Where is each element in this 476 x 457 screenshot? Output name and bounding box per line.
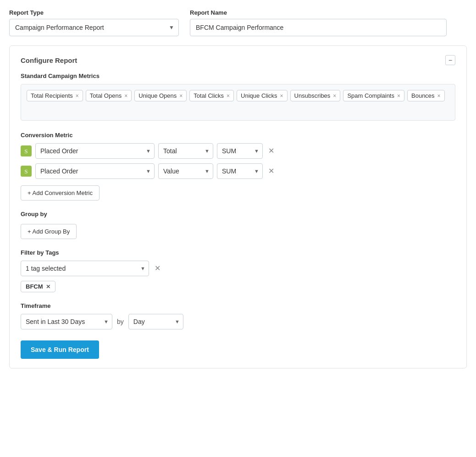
configure-title: Configure Report	[21, 56, 77, 64]
timeframe-row: Sent in Last 30 DaysSent in Last 7 DaysS…	[21, 314, 455, 329]
timeframe-select-wrap: Sent in Last 30 DaysSent in Last 7 DaysS…	[21, 314, 112, 329]
conv-row-remove-button-1[interactable]: ✕	[266, 166, 276, 177]
save-run-label: Save & Run Report	[31, 346, 89, 353]
day-select-wrap: DayWeekMonth ▼	[128, 314, 183, 329]
conv-event-select-1[interactable]: Placed Order	[35, 163, 155, 179]
shopify-icon: S	[21, 145, 32, 156]
metric-tag-total-clicks: Total Clicks×	[189, 90, 234, 101]
shopify-icon: S	[21, 166, 32, 177]
standard-metrics-title: Standard Campaign Metrics	[21, 72, 455, 79]
timeframe-select[interactable]: Sent in Last 30 DaysSent in Last 7 DaysS…	[21, 314, 112, 329]
conv-event-wrap-0: Placed Order ▼	[35, 143, 155, 159]
collapse-icon: −	[448, 56, 452, 64]
save-run-button[interactable]: Save & Run Report	[21, 340, 99, 359]
conversion-metric-section: Conversion Metric S Placed Order ▼ Total…	[21, 132, 455, 201]
metric-tag-remove-total-recipients[interactable]: ×	[76, 93, 79, 99]
standard-metrics-tags-area: Total Recipients×Total Opens×Unique Open…	[21, 84, 455, 121]
report-type-select-wrapper: Campaign Performance Report ▼	[9, 19, 179, 36]
tags-filter-row: 1 tag selected ▼ ✕	[21, 261, 455, 276]
svg-text:S: S	[24, 148, 28, 155]
tags-filter-select-wrap: 1 tag selected ▼	[21, 261, 149, 276]
add-conversion-label: + Add Conversion Metric	[28, 189, 93, 196]
configure-header: Configure Report −	[21, 55, 455, 65]
metric-tag-total-recipients: Total Recipients×	[27, 90, 83, 101]
conv-event-wrap-1: Placed Order ▼	[35, 163, 155, 179]
conv-type-select-1[interactable]: TotalValue	[158, 163, 213, 179]
group-by-title: Group by	[21, 211, 455, 217]
conv-type-wrap-1: TotalValue ▼	[158, 163, 213, 179]
selected-tag-remove-0[interactable]: ✕	[46, 284, 50, 290]
conv-agg-wrap-0: SUMAVGCOUNT ▼	[217, 143, 263, 159]
collapse-button[interactable]: −	[445, 55, 455, 65]
configure-section: Configure Report − Standard Campaign Met…	[9, 45, 467, 368]
report-type-label: Report Type	[9, 9, 179, 16]
report-name-label: Report Name	[190, 9, 447, 16]
selected-tag-badge-0: BFCM✕	[21, 281, 55, 292]
tags-filter-remove-button[interactable]: ✕	[153, 263, 162, 274]
metric-tag-remove-unsubscribes[interactable]: ×	[333, 93, 336, 99]
timeframe-title: Timeframe	[21, 302, 455, 309]
conversion-row-0: S Placed Order ▼ TotalValue ▼ SUMAVGCOUN…	[21, 143, 455, 159]
report-type-group: Report Type Campaign Performance Report …	[9, 9, 179, 36]
metric-tag-unsubscribes: Unsubscribes×	[290, 90, 341, 101]
metric-tag-remove-unique-opens[interactable]: ×	[179, 93, 183, 99]
add-group-by-label: + Add Group By	[28, 228, 70, 235]
metric-tag-unique-clicks: Unique Clicks×	[237, 90, 288, 101]
selected-tags-area: BFCM✕	[21, 281, 455, 292]
metric-tag-remove-total-opens[interactable]: ×	[124, 93, 127, 99]
selected-tag-label-0: BFCM	[26, 283, 43, 290]
standard-metrics-section: Standard Campaign Metrics Total Recipien…	[21, 72, 455, 121]
conversion-row-1: S Placed Order ▼ TotalValue ▼ SUMAVGCOUN…	[21, 163, 455, 179]
tags-filter-select[interactable]: 1 tag selected	[21, 261, 149, 276]
conv-agg-select-0[interactable]: SUMAVGCOUNT	[217, 143, 263, 159]
conv-type-select-0[interactable]: TotalValue	[158, 143, 213, 159]
metric-tag-remove-unique-clicks[interactable]: ×	[280, 93, 283, 99]
top-row: Report Type Campaign Performance Report …	[9, 9, 467, 36]
metric-tag-spam-complaints: Spam Complaints×	[343, 90, 404, 101]
filter-by-tags-section: Filter by Tags 1 tag selected ▼ ✕ BFCM✕	[21, 249, 455, 292]
metric-tag-bounces: Bounces×	[407, 90, 445, 101]
timeframe-section: Timeframe Sent in Last 30 DaysSent in La…	[21, 302, 455, 329]
add-group-by-button[interactable]: + Add Group By	[21, 224, 77, 239]
metric-tag-remove-total-clicks[interactable]: ×	[227, 93, 230, 99]
metric-tag-remove-spam-complaints[interactable]: ×	[397, 93, 400, 99]
conv-agg-select-1[interactable]: SUMAVGCOUNT	[217, 163, 263, 179]
conv-agg-wrap-1: SUMAVGCOUNT ▼	[217, 163, 263, 179]
conversion-metric-title: Conversion Metric	[21, 132, 455, 139]
report-name-input[interactable]	[190, 19, 447, 36]
metric-tag-remove-bounces[interactable]: ×	[437, 93, 441, 99]
add-conversion-metric-button[interactable]: + Add Conversion Metric	[21, 185, 100, 201]
conv-row-remove-button-0[interactable]: ✕	[266, 145, 276, 156]
metric-tag-total-opens: Total Opens×	[86, 90, 132, 101]
report-type-select[interactable]: Campaign Performance Report	[9, 19, 179, 36]
metric-tag-unique-opens: Unique Opens×	[134, 90, 187, 101]
conv-event-select-0[interactable]: Placed Order	[35, 143, 155, 159]
conv-type-wrap-0: TotalValue ▼	[158, 143, 213, 159]
report-name-group: Report Name	[190, 9, 447, 36]
by-label: by	[117, 318, 124, 325]
filter-by-tags-title: Filter by Tags	[21, 249, 455, 256]
group-by-section: Group by + Add Group By	[21, 211, 455, 239]
day-select[interactable]: DayWeekMonth	[128, 314, 183, 329]
svg-text:S: S	[24, 168, 28, 175]
